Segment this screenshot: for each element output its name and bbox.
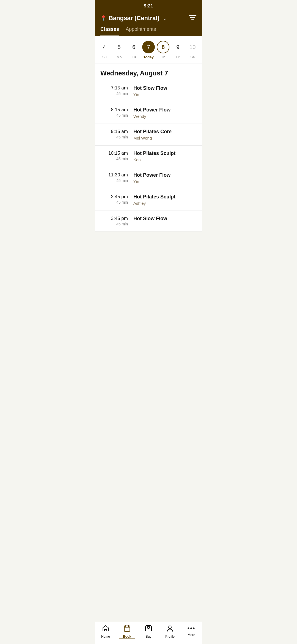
status-bar: 9:21 <box>95 0 202 11</box>
class-item[interactable]: 7:15 am 45 min Hot Slow Flow Yin <box>95 80 202 102</box>
day-number-7: 7 <box>142 41 155 53</box>
class-time: 11:30 am 45 min <box>100 172 133 183</box>
class-name: Hot Pilates Core <box>133 129 197 135</box>
day-item-tuesday[interactable]: 6 Tu <box>128 41 140 59</box>
day-number-4: 4 <box>98 41 111 53</box>
day-label-sa: Sa <box>190 55 195 59</box>
class-name: Hot Slow Flow <box>133 85 197 91</box>
class-item[interactable]: 3:45 pm 45 min Hot Slow Flow <box>95 211 202 231</box>
class-duration: 45 min <box>100 200 128 204</box>
class-item[interactable]: 11:30 am 45 min Hot Power Flow Yin <box>95 167 202 189</box>
class-time: 2:45 pm 45 min <box>100 194 133 204</box>
class-time-main: 3:45 pm <box>100 216 128 221</box>
classes-list: 7:15 am 45 min Hot Slow Flow Yin 8:15 am… <box>95 80 202 231</box>
filter-button[interactable] <box>189 14 197 22</box>
class-time-main: 2:45 pm <box>100 194 128 200</box>
class-item[interactable]: 8:15 am 45 min Hot Power Flow Wendy <box>95 102 202 124</box>
header: 📍 Bangsar (Central) ⌄ Classes Appointmen… <box>95 11 202 36</box>
class-duration: 45 min <box>100 222 128 226</box>
class-time-main: 11:30 am <box>100 172 128 178</box>
class-duration: 45 min <box>100 113 128 118</box>
class-duration: 45 min <box>100 178 128 183</box>
day-item-today[interactable]: 7 Today <box>142 41 155 59</box>
day-label-today: Today <box>143 55 153 59</box>
class-time: 8:15 am 45 min <box>100 107 133 118</box>
location-row[interactable]: 📍 Bangsar (Central) ⌄ <box>100 15 167 22</box>
class-time: 3:45 pm 45 min <box>100 216 133 226</box>
class-time-main: 7:15 am <box>100 85 128 91</box>
location-label: Bangsar (Central) <box>109 15 160 22</box>
day-label-tu: Tu <box>132 55 136 59</box>
class-name: Hot Pilates Sculpt <box>133 151 197 156</box>
class-info: Hot Power Flow Yin <box>133 172 197 184</box>
day-item-saturday[interactable]: 10 Sa <box>186 41 199 59</box>
day-item-monday[interactable]: 5 Mo <box>113 41 125 59</box>
class-instructor: Wendy <box>133 114 197 119</box>
day-number-5: 5 <box>113 41 125 53</box>
day-item-thursday[interactable]: 8 Th <box>157 41 169 59</box>
tabs: Classes Appointments <box>100 26 197 36</box>
class-time: 10:15 am 45 min <box>100 151 133 161</box>
chevron-down-icon: ⌄ <box>163 15 167 21</box>
day-label-th: Th <box>161 55 165 59</box>
day-label-mo: Mo <box>117 55 122 59</box>
calendar-strip: 4 Su 5 Mo 6 Tu 7 Today 8 Th 9 Fr 10 Sa <box>95 36 202 64</box>
class-time-main: 9:15 am <box>100 129 128 134</box>
day-number-6: 6 <box>128 41 140 53</box>
class-name: Hot Slow Flow <box>133 216 197 222</box>
class-duration: 45 min <box>100 157 128 161</box>
day-number-8: 8 <box>157 41 169 53</box>
class-time: 9:15 am 45 min <box>100 129 133 139</box>
class-item[interactable]: 2:45 pm 45 min Hot Pilates Sculpt Ashley <box>95 189 202 211</box>
tab-classes[interactable]: Classes <box>100 26 119 36</box>
date-heading: Wednesday, August 7 <box>95 64 202 80</box>
day-item-sunday[interactable]: 4 Su <box>98 41 111 59</box>
class-info: Hot Power Flow Wendy <box>133 107 197 119</box>
class-instructor: Yin <box>133 179 197 184</box>
class-name: Hot Power Flow <box>133 172 197 178</box>
class-info: Hot Pilates Core Mei Wong <box>133 129 197 140</box>
class-instructor: Mei Wong <box>133 136 197 140</box>
class-info: Hot Pilates Sculpt Ashley <box>133 194 197 206</box>
class-duration: 45 min <box>100 135 128 139</box>
class-instructor: Yin <box>133 92 197 97</box>
location-pin-icon: 📍 <box>100 15 106 21</box>
header-top: 📍 Bangsar (Central) ⌄ <box>100 14 197 22</box>
day-item-friday[interactable]: 9 Fr <box>172 41 184 59</box>
class-duration: 45 min <box>100 91 128 96</box>
class-item[interactable]: 10:15 am 45 min Hot Pilates Sculpt Ken <box>95 146 202 167</box>
day-number-9: 9 <box>172 41 184 53</box>
class-name: Hot Pilates Sculpt <box>133 194 197 200</box>
day-label-fr: Fr <box>176 55 180 59</box>
class-instructor: Ken <box>133 157 197 162</box>
class-time: 7:15 am 45 min <box>100 85 133 96</box>
class-info: Hot Slow Flow <box>133 216 197 223</box>
class-time-main: 8:15 am <box>100 107 128 113</box>
class-time-main: 10:15 am <box>100 151 128 156</box>
class-item[interactable]: 9:15 am 45 min Hot Pilates Core Mei Wong <box>95 124 202 146</box>
day-label-su: Su <box>102 55 107 59</box>
status-time: 9:21 <box>144 3 153 9</box>
day-number-10: 10 <box>186 41 199 53</box>
class-name: Hot Power Flow <box>133 107 197 113</box>
tab-appointments[interactable]: Appointments <box>126 26 156 36</box>
class-instructor: Ashley <box>133 201 197 206</box>
class-info: Hot Pilates Sculpt Ken <box>133 151 197 162</box>
class-info: Hot Slow Flow Yin <box>133 85 197 97</box>
